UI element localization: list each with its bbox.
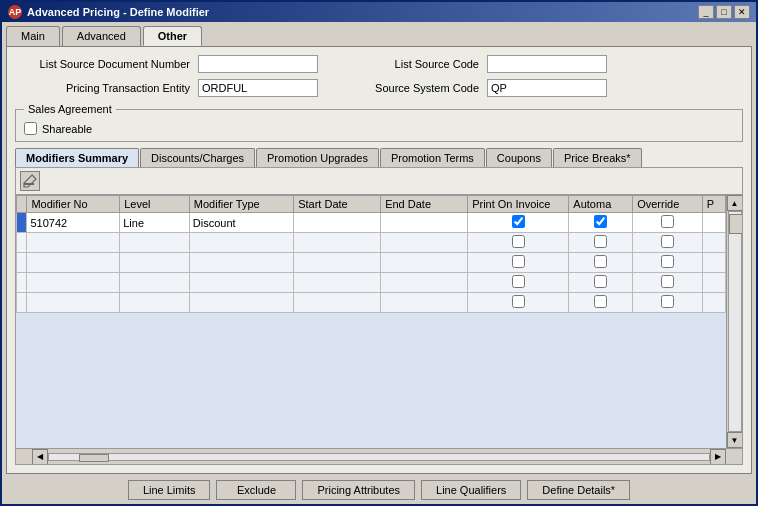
pricing-attributes-button[interactable]: Pricing Attributes <box>302 480 415 500</box>
list-source-code-input[interactable] <box>487 55 607 73</box>
top-tab-bar: Main Advanced Other <box>2 22 756 46</box>
tab-discounts-charges[interactable]: Discounts/Charges <box>140 148 255 167</box>
modifier-no-input[interactable] <box>30 217 116 229</box>
scroll-up-button[interactable]: ▲ <box>727 195 743 211</box>
automatic-checkbox[interactable] <box>594 215 607 228</box>
scroll-left-button[interactable]: ◀ <box>32 449 48 465</box>
window-title: Advanced Pricing - Define Modifier <box>27 6 209 18</box>
title-bar: AP Advanced Pricing - Define Modifier _ … <box>2 2 756 22</box>
table-toolbar <box>16 168 742 195</box>
exclude-button[interactable]: Exclude <box>216 480 296 500</box>
start-date-input[interactable] <box>297 217 377 229</box>
tab-main[interactable]: Main <box>6 26 60 46</box>
tab-coupons[interactable]: Coupons <box>486 148 552 167</box>
tab-advanced[interactable]: Advanced <box>62 26 141 46</box>
col-start-date: Start Date <box>294 196 381 213</box>
cell-start-date[interactable] <box>294 213 381 233</box>
svg-marker-1 <box>24 175 36 187</box>
toolbar-edit-icon[interactable] <box>20 171 40 191</box>
horizontal-scrollbar[interactable]: ◀ ▶ <box>16 448 742 464</box>
app-icon: AP <box>8 5 22 19</box>
col-p: P <box>702 196 725 213</box>
table-row <box>17 213 726 233</box>
col-print-on-invoice: Print On Invoice <box>468 196 569 213</box>
col-modifier-type: Modifier Type <box>189 196 293 213</box>
row-indicator-empty <box>17 233 27 253</box>
scroll-track-vertical[interactable] <box>728 211 742 432</box>
pricing-trans-label: Pricing Transaction Entity <box>15 82 190 94</box>
list-source-doc-input[interactable] <box>198 55 318 73</box>
cell-empty[interactable] <box>27 233 120 253</box>
col-indicator <box>17 196 27 213</box>
minimize-button[interactable]: _ <box>698 5 714 19</box>
col-override: Override <box>633 196 703 213</box>
inner-tab-bar: Modifiers Summary Discounts/Charges Prom… <box>15 148 743 167</box>
bottom-button-bar: Line Limits Exclude Pricing Attributes L… <box>2 474 756 504</box>
title-controls: _ □ ✕ <box>698 5 750 19</box>
end-date-input[interactable] <box>384 217 464 229</box>
close-button[interactable]: ✕ <box>734 5 750 19</box>
modifier-type-input[interactable] <box>193 217 290 229</box>
source-system-label: Source System Code <box>374 82 479 94</box>
table-row <box>17 293 726 313</box>
cell-override[interactable] <box>633 213 703 233</box>
maximize-button[interactable]: □ <box>716 5 732 19</box>
scroll-right-button[interactable]: ▶ <box>710 449 726 465</box>
list-source-doc-label: List Source Document Number <box>15 58 190 70</box>
sales-agreement-legend: Sales Agreement <box>24 103 116 115</box>
tab-modifiers-summary[interactable]: Modifiers Summary <box>15 148 139 167</box>
scroll-thumb-vertical[interactable] <box>729 214 743 234</box>
shareable-label: Shareable <box>42 123 92 135</box>
table-scroll-area: Modifier No Level Modifier Type Start Da… <box>16 195 742 448</box>
main-window: AP Advanced Pricing - Define Modifier _ … <box>0 0 758 506</box>
shareable-checkbox[interactable] <box>24 122 37 135</box>
col-end-date: End Date <box>381 196 468 213</box>
col-automatic: Automa <box>569 196 633 213</box>
tab-promotion-terms[interactable]: Promotion Terms <box>380 148 485 167</box>
source-system-input[interactable]: QP <box>487 79 607 97</box>
col-level: Level <box>120 196 190 213</box>
define-details-button[interactable]: Define Details* <box>527 480 630 500</box>
tab-other[interactable]: Other <box>143 26 202 46</box>
pricing-trans-input[interactable]: ORDFUL <box>198 79 318 97</box>
override-checkbox[interactable] <box>661 215 674 228</box>
form-row-1: List Source Document Number List Source … <box>15 55 743 73</box>
tab-promotion-upgrades[interactable]: Promotion Upgrades <box>256 148 379 167</box>
title-bar-left: AP Advanced Pricing - Define Modifier <box>8 5 209 19</box>
print-on-invoice-checkbox[interactable] <box>512 215 525 228</box>
tab-price-breaks[interactable]: Price Breaks* <box>553 148 642 167</box>
table-row <box>17 253 726 273</box>
cell-modifier-no[interactable] <box>27 213 120 233</box>
cell-level[interactable] <box>120 213 190 233</box>
scroll-down-button[interactable]: ▼ <box>727 432 743 448</box>
scroll-track-horizontal[interactable] <box>48 453 710 461</box>
cell-automatic[interactable] <box>569 213 633 233</box>
vertical-scrollbar[interactable]: ▲ ▼ <box>726 195 742 448</box>
shareable-row: Shareable <box>24 122 734 135</box>
main-content-area: List Source Document Number List Source … <box>6 46 752 474</box>
cell-modifier-type[interactable] <box>189 213 293 233</box>
cell-p <box>702 213 725 233</box>
cell-print-on-invoice[interactable] <box>468 213 569 233</box>
modifiers-table-container: Modifier No Level Modifier Type Start Da… <box>15 167 743 465</box>
table-row <box>17 273 726 293</box>
row-indicator-active <box>17 213 27 233</box>
table-wrapper: Modifier No Level Modifier Type Start Da… <box>16 195 726 448</box>
table-row <box>17 233 726 253</box>
sales-agreement-group: Sales Agreement Shareable <box>15 103 743 142</box>
line-qualifiers-button[interactable]: Line Qualifiers <box>421 480 521 500</box>
col-modifier-no: Modifier No <box>27 196 120 213</box>
scroll-thumb-horizontal[interactable] <box>79 454 109 462</box>
modifiers-table: Modifier No Level Modifier Type Start Da… <box>16 195 726 313</box>
cell-end-date[interactable] <box>381 213 468 233</box>
form-row-2: Pricing Transaction Entity ORDFUL Source… <box>15 79 743 97</box>
level-input[interactable] <box>123 217 186 229</box>
list-source-code-label: List Source Code <box>374 58 479 70</box>
line-limits-button[interactable]: Line Limits <box>128 480 211 500</box>
